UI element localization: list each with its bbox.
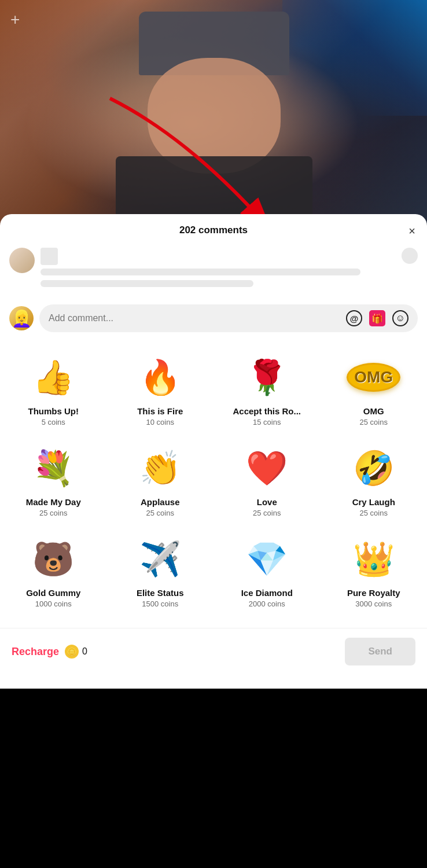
gift-emoji-flowers: 💐	[32, 445, 74, 491]
gift-name-applause: Applause	[141, 497, 180, 507]
commenter-avatar	[9, 248, 35, 273]
send-button[interactable]: Send	[345, 638, 415, 665]
gift-button[interactable]: 🎁	[369, 310, 385, 326]
recharge-button[interactable]: Recharge	[12, 646, 59, 658]
comment-row	[0, 242, 427, 297]
gift-coins-love: 25 coins	[253, 509, 281, 517]
gift-name-pure-royalty: Pure Royalty	[347, 588, 400, 598]
gift-item-ice-diamond[interactable]: 💎Ice Diamond2000 coins	[214, 527, 321, 617]
coin-balance: 🪙 0	[65, 645, 87, 659]
gift-emoji-rose: 🌹	[246, 354, 288, 400]
comment-line-2	[41, 280, 253, 287]
coin-icon: 🪙	[65, 645, 79, 659]
gift-coins-omg: 25 coins	[360, 418, 388, 426]
gift-coins-ice-diamond: 2000 coins	[249, 599, 285, 608]
comment-badge	[41, 248, 58, 265]
gift-item-fire[interactable]: 🔥This is Fire10 coins	[107, 345, 214, 436]
bottom-sheet: 202 comments × 👱‍♀️ @🎁☺ 👍Thumbs Up!5 coi…	[0, 214, 427, 689]
gift-coins-fire: 10 coins	[146, 418, 174, 426]
red-arrow	[75, 93, 307, 226]
comment-action	[402, 248, 418, 264]
close-button[interactable]: ×	[408, 225, 415, 238]
gift-name-flowers: Made My Day	[26, 497, 81, 507]
gift-emoji-thumbs-up: 👍	[32, 354, 74, 400]
comments-count: 202 comments	[179, 225, 248, 236]
input-area: 👱‍♀️ @🎁☺	[0, 297, 427, 339]
gift-emoji-ice-diamond: 💎	[246, 536, 288, 582]
gift-coins-gold-gummy: 1000 coins	[35, 599, 72, 608]
gift-name-rose: Accept this Ro...	[233, 406, 301, 416]
gift-coins-cry-laugh: 25 coins	[360, 509, 388, 517]
gift-name-elite-status: Elite Status	[137, 588, 184, 598]
gift-item-omg[interactable]: OMGOMG25 coins	[321, 345, 428, 436]
bottom-bar: Recharge 🪙 0 Send	[0, 628, 427, 677]
gifts-grid: 👍Thumbs Up!5 coins🔥This is Fire10 coins🌹…	[0, 339, 427, 623]
gift-emoji-elite-status: ✈️	[139, 536, 181, 582]
gift-coins-applause: 25 coins	[146, 509, 174, 517]
gift-item-applause[interactable]: 👏Applause25 coins	[107, 436, 214, 527]
gift-emoji-omg: OMG	[347, 354, 400, 400]
video-area: +	[0, 0, 427, 226]
gift-name-fire: This is Fire	[137, 406, 183, 416]
gift-name-love: Love	[257, 497, 277, 507]
comment-input[interactable]	[49, 313, 339, 323]
gift-item-gold-gummy[interactable]: 🐻Gold Gummy1000 coins	[0, 527, 107, 617]
gift-item-love[interactable]: ❤️Love25 coins	[214, 436, 321, 527]
gift-name-thumbs-up: Thumbs Up!	[28, 406, 79, 416]
recharge-section: Recharge 🪙 0	[12, 645, 87, 659]
gift-coins-elite-status: 1500 coins	[142, 599, 178, 608]
gift-emoji-fire: 🔥	[139, 354, 181, 400]
gift-emoji-gold-gummy: 🐻	[32, 536, 74, 582]
gift-item-rose[interactable]: 🌹Accept this Ro...15 coins	[214, 345, 321, 436]
at-mention-icon[interactable]: @	[346, 310, 362, 326]
comments-header: 202 comments ×	[0, 214, 427, 242]
user-avatar: 👱‍♀️	[9, 306, 34, 330]
emoji-icon[interactable]: ☺	[392, 310, 408, 326]
gift-coins-pure-royalty: 3000 coins	[355, 599, 392, 608]
gift-item-flowers[interactable]: 💐Made My Day25 coins	[0, 436, 107, 527]
gift-item-elite-status[interactable]: ✈️Elite Status1500 coins	[107, 527, 214, 617]
gift-item-cry-laugh[interactable]: 🤣Cry Laugh25 coins	[321, 436, 428, 527]
gift-item-pure-royalty[interactable]: 👑Pure Royalty3000 coins	[321, 527, 428, 617]
gift-emoji-applause: 👏	[139, 445, 181, 491]
gift-coins-flowers: 25 coins	[39, 509, 67, 517]
gift-name-cry-laugh: Cry Laugh	[352, 497, 395, 507]
add-icon[interactable]: +	[10, 10, 20, 29]
gift-coins-thumbs-up: 5 coins	[42, 418, 65, 426]
gift-name-gold-gummy: Gold Gummy	[26, 588, 80, 598]
gift-coins-rose: 15 coins	[253, 418, 281, 426]
gift-emoji-pure-royalty: 👑	[353, 536, 395, 582]
comment-line-1	[41, 269, 360, 275]
comment-input-wrapper[interactable]: @🎁☺	[39, 304, 418, 332]
gift-emoji-cry-laugh: 🤣	[353, 445, 395, 491]
gift-name-omg: OMG	[363, 406, 384, 416]
gift-emoji-love: ❤️	[246, 445, 288, 491]
gift-name-ice-diamond: Ice Diamond	[241, 588, 293, 598]
gift-item-thumbs-up[interactable]: 👍Thumbs Up!5 coins	[0, 345, 107, 436]
comment-text-content	[41, 248, 396, 292]
coin-count: 0	[82, 646, 87, 657]
